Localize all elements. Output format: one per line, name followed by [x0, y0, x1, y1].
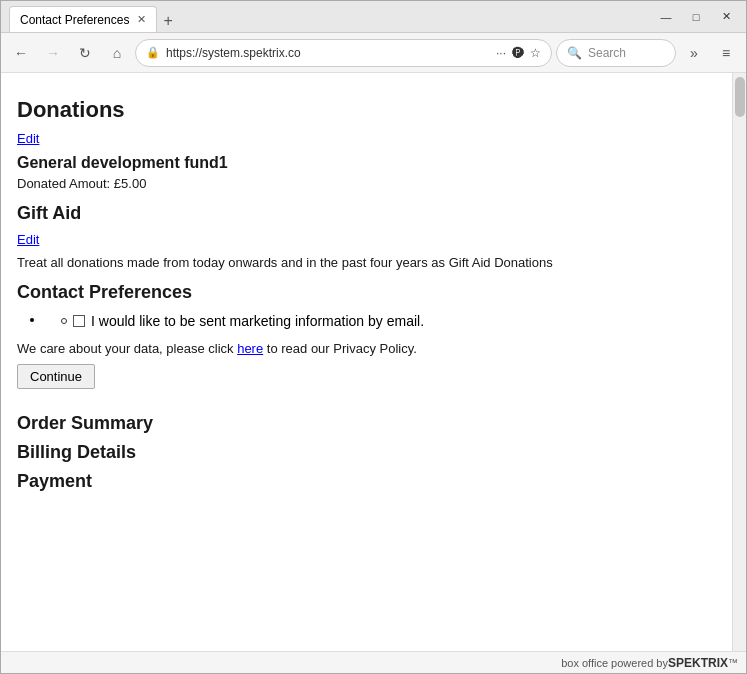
order-summary-heading: Order Summary	[17, 413, 716, 434]
edit-donations-link[interactable]: Edit	[17, 131, 716, 146]
payment-heading: Payment	[17, 471, 716, 492]
more-options-icon: ···	[496, 46, 506, 60]
page-content: Donations Edit General development fund1…	[1, 73, 732, 651]
billing-details-heading: Billing Details	[17, 442, 716, 463]
pocket-icon: 🅟	[512, 46, 524, 60]
privacy-text-after: to read our Privacy Policy.	[263, 341, 417, 356]
contact-preferences-heading: Contact Preferences	[17, 282, 716, 303]
close-button[interactable]: ✕	[712, 6, 740, 28]
back-button[interactable]: ←	[7, 39, 35, 67]
nested-list-item: I would like to be sent marketing inform…	[61, 313, 716, 329]
minimize-button[interactable]: —	[652, 6, 680, 28]
privacy-text: We care about your data, please click he…	[17, 341, 716, 356]
edit-gift-aid-link[interactable]: Edit	[17, 232, 716, 247]
circle-bullet-icon	[61, 318, 67, 324]
privacy-text-before: We care about your data, please click	[17, 341, 237, 356]
privacy-link[interactable]: here	[237, 341, 263, 356]
donated-amount: Donated Amout: £5.00	[17, 176, 716, 191]
bookmark-icon: ☆	[530, 46, 541, 60]
checkbox-label: I would like to be sent marketing inform…	[91, 313, 424, 329]
search-bar[interactable]: 🔍 Search	[556, 39, 676, 67]
spektrix-logo: SPEKTRIX	[668, 656, 728, 670]
address-text: https://system.spektrix.co	[166, 46, 490, 60]
address-bar[interactable]: 🔒 https://system.spektrix.co ··· 🅟 ☆	[135, 39, 552, 67]
browser-tab[interactable]: Contact Preferences ✕	[9, 6, 157, 32]
overflow-button[interactable]: »	[680, 39, 708, 67]
maximize-button[interactable]: □	[682, 6, 710, 28]
menu-button[interactable]: ≡	[712, 39, 740, 67]
gift-aid-text: Treat all donations made from today onwa…	[17, 255, 716, 270]
email-checkbox[interactable]	[73, 315, 85, 327]
search-placeholder: Search	[588, 46, 626, 60]
lock-icon: 🔒	[146, 46, 160, 59]
donations-heading: Donations	[17, 97, 716, 123]
continue-button[interactable]: Continue	[17, 364, 95, 389]
refresh-button[interactable]: ↻	[71, 39, 99, 67]
tab-close-button[interactable]: ✕	[137, 14, 146, 25]
footer-text: box office powered by	[561, 657, 668, 669]
navigation-bar: ← → ↻ ⌂ 🔒 https://system.spektrix.co ···…	[1, 33, 746, 73]
tab-title: Contact Preferences	[20, 13, 129, 27]
new-tab-button[interactable]: +	[157, 12, 178, 30]
footer: box office powered by SPEKTRIX ™	[1, 651, 746, 673]
forward-button[interactable]: →	[39, 39, 67, 67]
home-button[interactable]: ⌂	[103, 39, 131, 67]
scroll-thumb[interactable]	[735, 77, 745, 117]
gift-aid-heading: Gift Aid	[17, 203, 716, 224]
spektrix-trademark-icon: ™	[728, 657, 738, 668]
contact-list-item: I would like to be sent marketing inform…	[45, 311, 716, 329]
search-icon: 🔍	[567, 46, 582, 60]
contact-preferences-section: I would like to be sent marketing inform…	[17, 311, 716, 329]
fund-name: General development fund1	[17, 154, 716, 172]
scrollbar[interactable]	[732, 73, 746, 651]
